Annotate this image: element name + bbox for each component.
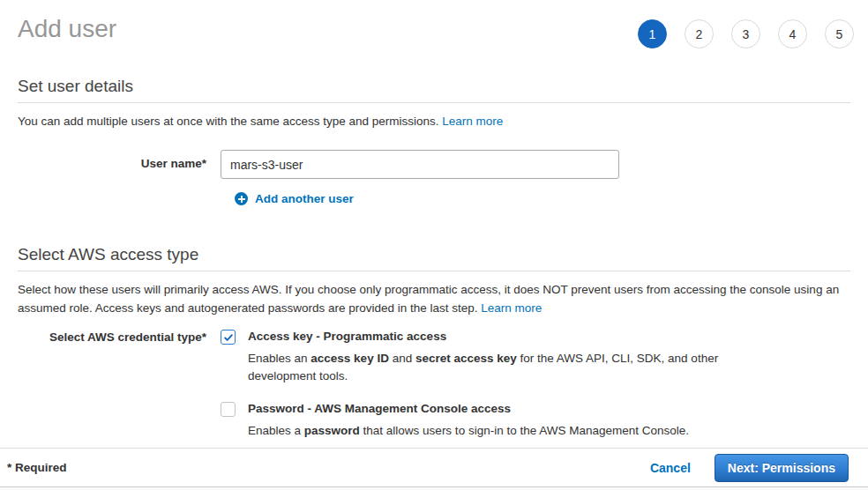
console-access-checkbox[interactable] xyxy=(221,402,236,417)
step-4-indicator: 4 xyxy=(778,19,807,48)
credential-type-label: Select AWS credential type* xyxy=(18,330,221,344)
set-user-details-description: You can add multiple users at once with … xyxy=(18,112,850,130)
desc-bold: access key ID xyxy=(311,352,389,365)
set-user-details-heading: Set user details xyxy=(18,77,850,103)
desc-text: and xyxy=(389,352,415,365)
step-1-indicator: 1 xyxy=(638,19,667,48)
select-access-type-section: Select AWS access type Select how these … xyxy=(18,245,850,440)
next-permissions-button[interactable]: Next: Permissions xyxy=(715,454,849,482)
programmatic-access-title: Access key - Programmatic access xyxy=(248,330,735,344)
checkmark-icon xyxy=(223,332,234,343)
page-bottom-edge xyxy=(0,486,868,490)
credential-type-row: Select AWS credential type* Access key -… xyxy=(18,330,850,440)
description-text: Select how these users will primarily ac… xyxy=(18,283,839,315)
add-user-wizard-page: Add user 1 2 3 4 5 Set user details You … xyxy=(0,0,868,490)
set-user-details-section: Set user details You can add multiple us… xyxy=(18,77,850,208)
add-another-user-label: Add another user xyxy=(255,192,354,205)
desc-text: that allows users to sign-in to the AWS … xyxy=(360,424,689,437)
footer-actions: Cancel Next: Permissions xyxy=(650,454,849,482)
learn-more-link-access-type[interactable]: Learn more xyxy=(481,301,542,315)
step-5-indicator: 5 xyxy=(825,19,854,48)
description-text: You can add multiple users at once with … xyxy=(18,115,442,128)
credential-options: Access key - Programmatic access Enables… xyxy=(221,330,735,440)
console-access-title: Password - AWS Management Console access xyxy=(248,402,689,416)
select-access-type-heading: Select AWS access type xyxy=(18,245,850,271)
plus-circle-icon xyxy=(235,192,248,205)
required-note: * Required xyxy=(7,461,67,474)
wizard-header: Add user 1 2 3 4 5 xyxy=(0,0,868,48)
option-console-access: Password - AWS Management Console access… xyxy=(221,402,735,440)
programmatic-access-description: Enables an access key ID and secret acce… xyxy=(248,350,735,385)
option-content: Access key - Programmatic access Enables… xyxy=(248,330,735,385)
wizard-footer: * Required Cancel Next: Permissions xyxy=(0,448,868,486)
username-label: User name* xyxy=(18,150,221,170)
wizard-step-indicator: 1 2 3 4 5 xyxy=(638,19,854,48)
add-another-user-button[interactable]: Add another user xyxy=(235,192,354,205)
option-content: Password - AWS Management Console access… xyxy=(248,402,689,440)
desc-bold: secret access key xyxy=(415,352,517,365)
username-row: User name* xyxy=(18,150,850,179)
programmatic-access-checkbox[interactable] xyxy=(221,330,236,345)
username-input[interactable] xyxy=(221,150,619,179)
step-3-indicator: 3 xyxy=(731,19,760,48)
learn-more-link-user-details[interactable]: Learn more xyxy=(442,115,503,128)
desc-text: Enables an xyxy=(248,352,311,365)
option-programmatic-access: Access key - Programmatic access Enables… xyxy=(221,330,735,385)
select-access-type-description: Select how these users will primarily ac… xyxy=(18,280,850,317)
console-access-description: Enables a password that allows users to … xyxy=(248,422,689,440)
cancel-button[interactable]: Cancel xyxy=(650,461,691,475)
page-title: Add user xyxy=(18,16,116,43)
step-2-indicator: 2 xyxy=(685,19,714,48)
desc-text: Enables a xyxy=(248,424,304,437)
desc-bold: password xyxy=(304,424,360,437)
